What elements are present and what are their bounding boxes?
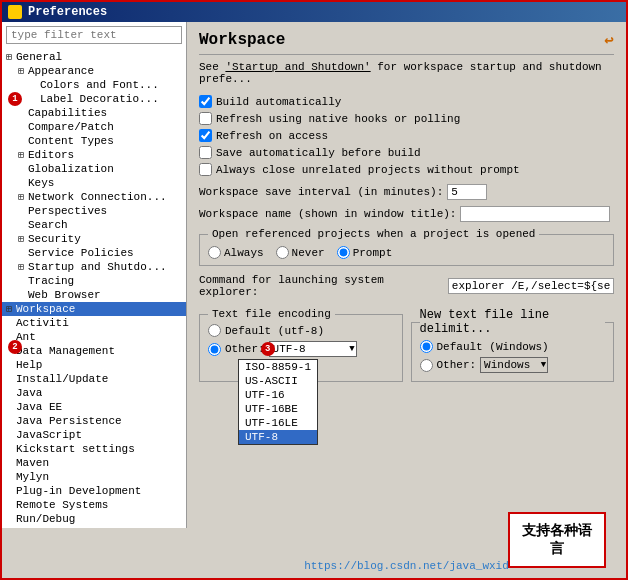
tree-item-label: JavaScript xyxy=(16,429,82,441)
leaf-spacer xyxy=(18,108,28,119)
dropdown-option[interactable]: UTF-16BE xyxy=(239,402,317,416)
tree-item[interactable]: Tracing xyxy=(2,274,186,288)
tree-item-label: Help xyxy=(16,359,42,371)
radio-label[interactable]: Always xyxy=(208,246,264,259)
encoding-default-radio[interactable] xyxy=(208,324,221,337)
tree-item[interactable]: ⊞ Security xyxy=(2,232,186,246)
tree-item[interactable]: Help xyxy=(2,358,186,372)
preferences-window: Preferences ⊞ General⊞ Appearance Colors… xyxy=(0,0,628,580)
tree-item[interactable]: ⊞ Editors xyxy=(2,148,186,162)
checkbox-label: Always close unrelated projects without … xyxy=(216,164,520,176)
radio-label[interactable]: Prompt xyxy=(337,246,393,259)
checkbox[interactable] xyxy=(199,129,212,142)
dropdown-option[interactable]: US-ASCII xyxy=(239,374,317,388)
checkbox[interactable] xyxy=(199,146,212,159)
dropdown-option[interactable]: UTF-8 xyxy=(239,430,317,444)
tree-item[interactable]: Install/Update xyxy=(2,372,186,386)
tree-item[interactable]: ⊞ Network Connection... xyxy=(2,190,186,204)
tree-item[interactable]: JavaScript xyxy=(2,428,186,442)
tree-item[interactable]: ⊞ General xyxy=(2,50,186,64)
newline-select[interactable]: Windows xyxy=(480,357,548,373)
tree-item[interactable]: Maven xyxy=(2,456,186,470)
tree-item[interactable]: Search xyxy=(2,218,186,232)
tree-item[interactable]: Label Decoratio... xyxy=(2,92,186,106)
startup-shutdown-link[interactable]: 'Startup and Shutdown' xyxy=(225,61,370,73)
checkbox-label: Build automatically xyxy=(216,96,341,108)
checkbox[interactable] xyxy=(199,112,212,125)
checkbox-row: Save automatically before build xyxy=(199,146,614,159)
newline-default-radio[interactable] xyxy=(420,340,433,353)
tree-item[interactable]: Run/Debug xyxy=(2,512,186,526)
dropdown-option[interactable]: ISO-8859-1 xyxy=(239,360,317,374)
tree-item[interactable]: Keys xyxy=(2,176,186,190)
annotation-text: 支持各种语言 xyxy=(522,523,592,557)
tree-item[interactable]: Globalization xyxy=(2,162,186,176)
tree-item[interactable]: Mylyn xyxy=(2,470,186,484)
leaf-spacer xyxy=(6,402,16,413)
tree-item[interactable]: Capabilities xyxy=(2,106,186,120)
left-panel: ⊞ General⊞ Appearance Colors and Font...… xyxy=(2,22,187,528)
checkbox-label: Save automatically before build xyxy=(216,147,421,159)
filter-input[interactable] xyxy=(6,26,182,44)
open-projects-group: Open referenced projects when a project … xyxy=(199,228,614,266)
leaf-spacer xyxy=(18,122,28,133)
open-projects-radio[interactable] xyxy=(276,246,289,259)
checkbox[interactable] xyxy=(199,163,212,176)
tree-item[interactable]: ⊞ Appearance xyxy=(2,64,186,78)
tree-item[interactable]: Remote Systems xyxy=(2,498,186,512)
tree-item-label: Appearance xyxy=(28,65,94,77)
tree-item-label: Compare/Patch xyxy=(28,121,114,133)
tree-item-label: Plug-in Development xyxy=(16,485,141,497)
tree-item[interactable]: Java xyxy=(2,386,186,400)
field-input[interactable] xyxy=(460,206,610,222)
open-projects-radios: Always Never Prompt xyxy=(208,246,605,259)
tree-item[interactable]: Service Policies xyxy=(2,246,186,260)
tree-item[interactable]: Content Types xyxy=(2,134,186,148)
leaf-spacer xyxy=(6,514,16,525)
tree-item-label: General xyxy=(16,51,62,63)
open-projects-radio[interactable] xyxy=(208,246,221,259)
tree-item[interactable]: Data Management xyxy=(2,344,186,358)
newline-other-radio[interactable] xyxy=(420,359,433,372)
encoding-other-label: Other: xyxy=(225,343,265,355)
tree-item[interactable]: Ant xyxy=(2,330,186,344)
tree-item[interactable]: Java EE xyxy=(2,400,186,414)
tree-item-label: Keys xyxy=(28,177,54,189)
tree-item[interactable]: Plug-in Development xyxy=(2,484,186,498)
tree-item[interactable]: Colors and Font... xyxy=(2,78,186,92)
badge-2: 2 xyxy=(8,340,22,354)
tree-item[interactable]: Activiti xyxy=(2,316,186,330)
explorer-input[interactable] xyxy=(448,278,614,294)
tree-item[interactable]: ⊞ Workspace xyxy=(2,302,186,316)
checkbox[interactable] xyxy=(199,95,212,108)
leaf-spacer xyxy=(18,290,28,301)
page-title: Workspace xyxy=(199,31,285,49)
field-input[interactable] xyxy=(447,184,487,200)
tree-item[interactable]: Compare/Patch xyxy=(2,120,186,134)
leaf-spacer xyxy=(18,178,28,189)
dropdown-option[interactable]: UTF-16 xyxy=(239,388,317,402)
dropdown-option[interactable]: UTF-16LE xyxy=(239,416,317,430)
radio-label[interactable]: Never xyxy=(276,246,325,259)
tree-item-label: Perspectives xyxy=(28,205,107,217)
leaf-spacer xyxy=(30,80,40,91)
encoding-select[interactable]: ISO-8859-1US-ASCIIUTF-16UTF-16BEUTF-16LE… xyxy=(269,341,357,357)
newline-default-row: Default (Windows) xyxy=(420,340,606,353)
back-arrow[interactable]: ↩ xyxy=(604,30,614,50)
tree-item[interactable]: ⊞ Startup and Shutdo... xyxy=(2,260,186,274)
encoding-group: Text file encoding Default (utf-8) Other… xyxy=(199,308,403,382)
open-projects-radio[interactable] xyxy=(337,246,350,259)
title-bar: Preferences xyxy=(2,2,626,22)
encoding-default-label: Default (utf-8) xyxy=(225,325,324,337)
tree-item-label: Java xyxy=(16,387,42,399)
encoding-other-radio[interactable] xyxy=(208,343,221,356)
tree-item[interactable]: Kickstart settings xyxy=(2,442,186,456)
tree-item[interactable]: Java Persistence xyxy=(2,414,186,428)
tree-item[interactable]: Web Browser xyxy=(2,288,186,302)
expander-icon: ⊞ xyxy=(6,303,16,315)
tree-item[interactable]: Perspectives xyxy=(2,204,186,218)
leaf-spacer xyxy=(6,486,16,497)
tree-item-label: Java EE xyxy=(16,401,62,413)
checkbox-row: Build automatically xyxy=(199,95,614,108)
explorer-label: Command for launching system explorer: xyxy=(199,274,444,298)
